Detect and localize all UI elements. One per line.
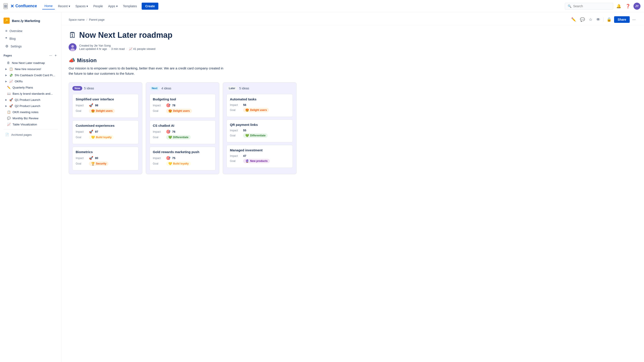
sidebar-page-okrs[interactable]: ▶ 📈 OKRs	[2, 78, 60, 84]
goal-pill[interactable]: 😍 Delight users	[166, 109, 192, 113]
impact-label: Impact	[153, 157, 166, 160]
nav-spaces[interactable]: Spaces ▾	[73, 3, 90, 9]
more-options-icon[interactable]: ···	[631, 16, 637, 23]
roadmap-column-next: Next 4 ideas Budgeting tool Impact 🎯 78	[146, 82, 220, 174]
nav-people[interactable]: People	[91, 3, 105, 9]
sidebar-page-cashback[interactable]: ▶ 💸 5% Cashback Credit Card Pr...	[2, 72, 60, 78]
sidebar-page-brand[interactable]: 📖 Banc.ly brand standards and...	[2, 90, 60, 97]
goal-pill[interactable]: 😍 Delight users	[89, 109, 115, 113]
card-impact: 56	[243, 103, 246, 107]
notifications-icon[interactable]: 🔔	[615, 2, 622, 10]
caret-icon: ▶	[5, 105, 7, 107]
comment-icon[interactable]: 💬	[579, 16, 586, 23]
roadmap-grid: Now 5 ideas Simplified user interface Im…	[68, 82, 296, 174]
card-impact-row: Impact 🎯 78	[153, 103, 212, 107]
goal-emoji: 💛	[168, 162, 172, 166]
goal-pill[interactable]: 🏆 Security	[89, 162, 108, 166]
card-automated-tasks[interactable]: Automated tasks Impact 56 Goal 😍 Deligh	[226, 94, 293, 117]
page-label: Quarterly Plans	[12, 86, 33, 89]
nav-apps[interactable]: Apps ▾	[106, 3, 120, 9]
card-goal-row: Goal 💛 Build loyalty	[76, 135, 135, 140]
sidebar-item-settings[interactable]: ⚙ Settings	[2, 42, 60, 50]
help-icon[interactable]: ❓	[624, 2, 632, 10]
sidebar: 🔑 Banc.ly Marketing ≡ Overview ❝ Blog ⚙ …	[0, 12, 62, 362]
card-simplified-ui[interactable]: Simplified user interface Impact 🚀 98 Go…	[72, 94, 138, 118]
blog-icon: ❝	[5, 36, 7, 41]
card-goal-row: Goal 😍 Delight users	[76, 109, 135, 113]
sidebar-page-now-next-later[interactable]: 🗓 Now Next Later roadmap	[2, 60, 60, 66]
goal-pill[interactable]: 💛 Build loyalty	[89, 135, 114, 140]
impact-label: Impact	[230, 155, 243, 158]
author-info: Created by Jie Yan Song Last updated 4 h…	[79, 44, 156, 50]
workspace-header[interactable]: 🔑 Banc.ly Marketing	[0, 16, 61, 27]
sidebar-page-okr-meeting[interactable]: 📋 OKR meeting notes	[2, 109, 60, 115]
impact-label: Impact	[76, 130, 89, 133]
card-cs-chatbot[interactable]: CS chatbot AI Impact 🎯 76 Goal 💚	[150, 120, 216, 144]
goal-pill[interactable]: 💛 Build loyalty	[166, 162, 191, 166]
author-avatar	[68, 43, 76, 51]
nav-home[interactable]: Home	[42, 3, 55, 9]
caret-icon: ▶	[5, 68, 7, 70]
create-button[interactable]: Create	[142, 3, 158, 10]
goal-label: Goal	[230, 160, 243, 163]
watch-icon[interactable]: 👁	[595, 16, 602, 23]
card-title: QR payment links	[230, 123, 290, 127]
confluence-logo[interactable]: ✕ Confluence	[10, 3, 37, 9]
sidebar-item-overview[interactable]: ≡ Overview	[2, 27, 60, 35]
user-avatar[interactable]: JY	[634, 3, 640, 10]
column-ideas-later: 5 ideas	[239, 87, 249, 90]
card-biometrics[interactable]: Biometrics Impact 🚀 80 Goal 🏆	[72, 147, 138, 171]
lock-icon[interactable]: 🔒	[605, 16, 613, 23]
sidebar-page-q1[interactable]: ▶ 🚀 Q1 Product Launch	[2, 97, 60, 103]
sidebar-page-quarterly[interactable]: ✏️ Quarterly Plans	[2, 84, 60, 90]
sidebar-archived[interactable]: 📄 Archived pages	[2, 131, 60, 138]
nav-templates[interactable]: Templates	[121, 3, 139, 9]
star-icon[interactable]: ☆	[588, 16, 594, 23]
page-label: Q1 Product Launch	[15, 98, 40, 101]
goal-emoji: 💛	[91, 136, 95, 139]
goal-text: New products	[250, 160, 268, 163]
card-budgeting-tool[interactable]: Budgeting tool Impact 🎯 78 Goal 😍	[150, 94, 216, 118]
edit-icon[interactable]: ✏️	[570, 16, 577, 23]
action-divider	[603, 17, 604, 22]
page-emoji: 🚀	[9, 98, 13, 101]
goal-pill[interactable]: 😍 Delight users	[243, 108, 269, 112]
impact-icon: 🚀	[89, 130, 93, 134]
impact-num: 76	[172, 130, 175, 133]
nav-recent[interactable]: Recent ▾	[56, 3, 72, 9]
card-qr-payment[interactable]: QR payment links Impact 55 Goal 💚 Diffe	[226, 120, 293, 142]
sidebar-page-q2[interactable]: ▶ 🚀 Q2 Product Launch	[2, 103, 60, 109]
share-button[interactable]: Share	[614, 16, 630, 23]
search-input[interactable]	[573, 4, 610, 8]
sidebar-page-table-viz[interactable]: 📈 Table Visualization	[2, 121, 60, 127]
pages-section-header: Pages ··· ＋	[0, 50, 61, 60]
nav-links: Home Recent ▾ Spaces ▾ People Apps ▾ Tem…	[42, 3, 563, 10]
impact-label: Impact	[76, 157, 89, 160]
card-impact: 🎯 78	[166, 103, 175, 107]
sidebar-page-new-hire[interactable]: ▶ 📋 New hire resources!	[2, 66, 60, 72]
card-impact: 47	[243, 154, 246, 158]
impact-num: 97	[95, 130, 98, 133]
card-goal-row: Goal 😍 Delight users	[230, 108, 290, 112]
breadcrumb-space[interactable]: Space name	[68, 18, 85, 21]
main-layout: 🔑 Banc.ly Marketing ≡ Overview ❝ Blog ⚙ …	[0, 12, 644, 362]
card-customised-exp[interactable]: Customised experiences Impact 🚀 97 Goal	[72, 120, 138, 144]
goal-text: Delight users	[250, 109, 267, 112]
grid-icon[interactable]: ⊞	[4, 3, 8, 9]
pages-more-btn[interactable]: ···	[49, 53, 52, 58]
breadcrumb-parent[interactable]: Parent page	[89, 18, 105, 21]
search-box[interactable]: 🔍	[565, 3, 613, 9]
pages-add-btn[interactable]: ＋	[54, 53, 58, 58]
card-impact-row: Impact 🎯 75	[153, 156, 212, 160]
sidebar-page-monthly-biz[interactable]: 💬 Monthly Biz Review	[2, 115, 60, 121]
caret-icon: ▶	[5, 74, 7, 77]
goal-pill[interactable]: 🔮 New products	[243, 159, 270, 163]
goal-pill[interactable]: 💚 Differentiate	[166, 135, 191, 140]
pages-section-actions: ··· ＋	[49, 53, 58, 58]
card-managed-investment[interactable]: Managed investment Impact 47 Goal 🔮 New	[226, 145, 293, 168]
sidebar-item-blog[interactable]: ❝ Blog	[2, 35, 60, 42]
goal-pill[interactable]: 💚 Differentiate	[243, 133, 268, 138]
card-impact-row: Impact 55	[230, 129, 290, 132]
card-gold-rewards[interactable]: Gold rewards marketing push Impact 🎯 75 …	[150, 147, 216, 171]
search-icon: 🔍	[568, 4, 572, 8]
